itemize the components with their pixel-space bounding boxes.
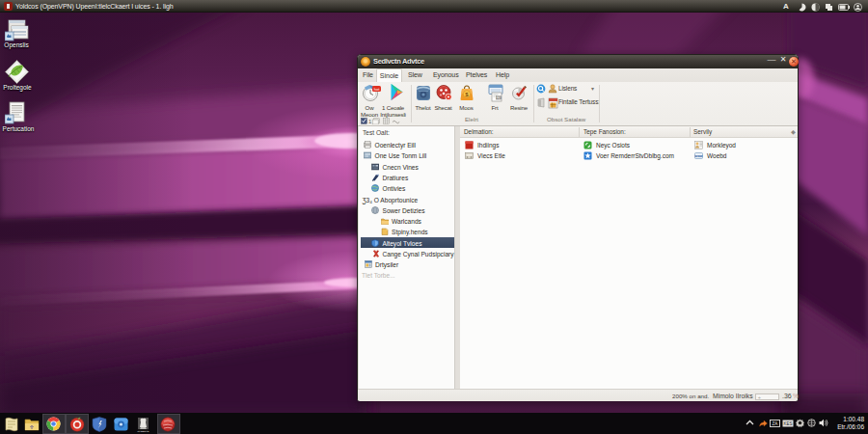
svg-text:123: 123 — [496, 96, 502, 100]
svg-text:www: www — [694, 154, 703, 158]
svg-text:ZA: ZA — [773, 421, 778, 426]
svg-text:1: 1 — [368, 119, 372, 124]
svg-text:MAGELLAN: MAGELLAN — [138, 430, 149, 432]
svg-text:hot: hot — [374, 87, 380, 92]
svg-text:KES: KES — [783, 421, 792, 426]
